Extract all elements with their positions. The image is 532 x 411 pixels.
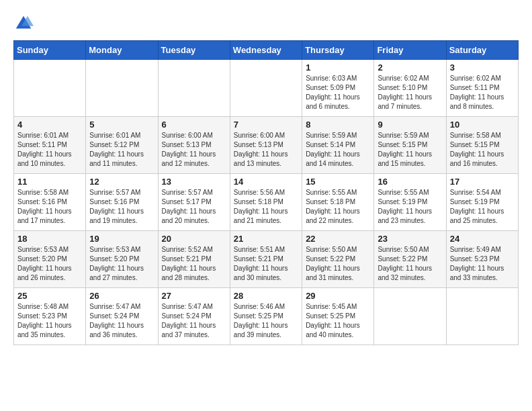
page-header	[13, 13, 519, 34]
calendar-day-cell: 27Sunrise: 5:47 AMSunset: 5:24 PMDayligh…	[158, 288, 230, 345]
day-info: Sunrise: 6:00 AMSunset: 5:13 PMDaylight:…	[234, 131, 298, 169]
calendar-day-cell: 28Sunrise: 5:46 AMSunset: 5:25 PMDayligh…	[230, 288, 302, 345]
calendar-body: 1Sunrise: 6:03 AMSunset: 5:09 PMDaylight…	[14, 60, 519, 345]
day-number: 8	[306, 120, 370, 130]
day-number: 19	[89, 234, 154, 244]
calendar-day-cell: 10Sunrise: 5:58 AMSunset: 5:15 PMDayligh…	[446, 117, 518, 174]
day-number: 10	[450, 120, 515, 130]
calendar-table: SundayMondayTuesdayWednesdayThursdayFrid…	[13, 40, 519, 345]
logo	[13, 13, 36, 34]
calendar-day-cell: 6Sunrise: 6:00 AMSunset: 5:13 PMDaylight…	[158, 117, 230, 174]
calendar-day-cell: 1Sunrise: 6:03 AMSunset: 5:09 PMDaylight…	[302, 60, 374, 117]
calendar-day-cell	[446, 288, 518, 345]
calendar-day-cell	[14, 60, 86, 117]
day-info: Sunrise: 6:01 AMSunset: 5:12 PMDaylight:…	[89, 131, 154, 169]
weekday-header: Thursday	[302, 41, 374, 60]
calendar-day-cell: 7Sunrise: 6:00 AMSunset: 5:13 PMDaylight…	[230, 117, 302, 174]
day-info: Sunrise: 6:00 AMSunset: 5:13 PMDaylight:…	[162, 131, 226, 169]
calendar-day-cell	[230, 60, 302, 117]
day-info: Sunrise: 5:54 AMSunset: 5:19 PMDaylight:…	[450, 188, 515, 226]
weekday-header: Wednesday	[230, 41, 302, 60]
calendar-day-cell: 26Sunrise: 5:47 AMSunset: 5:24 PMDayligh…	[86, 288, 158, 345]
day-number: 1	[306, 62, 370, 73]
day-info: Sunrise: 5:59 AMSunset: 5:15 PMDaylight:…	[378, 131, 442, 169]
day-info: Sunrise: 5:51 AMSunset: 5:21 PMDaylight:…	[234, 245, 298, 283]
calendar-day-cell: 11Sunrise: 5:58 AMSunset: 5:16 PMDayligh…	[14, 174, 86, 231]
weekday-header: Saturday	[446, 41, 518, 60]
day-number: 28	[234, 291, 298, 301]
calendar-day-cell: 20Sunrise: 5:52 AMSunset: 5:21 PMDayligh…	[158, 231, 230, 288]
calendar-day-cell: 29Sunrise: 5:45 AMSunset: 5:25 PMDayligh…	[302, 288, 374, 345]
day-number: 17	[450, 177, 515, 187]
day-info: Sunrise: 5:50 AMSunset: 5:22 PMDaylight:…	[378, 245, 442, 283]
calendar-day-cell: 15Sunrise: 5:55 AMSunset: 5:18 PMDayligh…	[302, 174, 374, 231]
weekday-header: Tuesday	[158, 41, 230, 60]
day-info: Sunrise: 5:48 AMSunset: 5:23 PMDaylight:…	[17, 302, 82, 340]
day-info: Sunrise: 5:57 AMSunset: 5:17 PMDaylight:…	[162, 188, 226, 226]
day-info: Sunrise: 5:58 AMSunset: 5:15 PMDaylight:…	[450, 131, 515, 169]
day-number: 4	[17, 120, 82, 130]
day-number: 12	[89, 177, 154, 187]
calendar-day-cell: 13Sunrise: 5:57 AMSunset: 5:17 PMDayligh…	[158, 174, 230, 231]
calendar-day-cell: 4Sunrise: 6:01 AMSunset: 5:11 PMDaylight…	[14, 117, 86, 174]
calendar-day-cell: 16Sunrise: 5:55 AMSunset: 5:19 PMDayligh…	[374, 174, 446, 231]
day-number: 26	[89, 291, 154, 301]
calendar-week-row: 1Sunrise: 6:03 AMSunset: 5:09 PMDaylight…	[14, 60, 519, 117]
calendar-day-cell: 22Sunrise: 5:50 AMSunset: 5:22 PMDayligh…	[302, 231, 374, 288]
calendar-day-cell: 3Sunrise: 6:02 AMSunset: 5:11 PMDaylight…	[446, 60, 518, 117]
day-number: 18	[17, 234, 82, 244]
calendar-day-cell: 19Sunrise: 5:53 AMSunset: 5:20 PMDayligh…	[86, 231, 158, 288]
day-info: Sunrise: 5:58 AMSunset: 5:16 PMDaylight:…	[17, 188, 82, 226]
day-number: 16	[378, 177, 442, 187]
day-number: 11	[17, 177, 82, 187]
calendar-day-cell	[374, 288, 446, 345]
day-info: Sunrise: 5:55 AMSunset: 5:18 PMDaylight:…	[306, 188, 370, 226]
day-info: Sunrise: 6:02 AMSunset: 5:10 PMDaylight:…	[378, 74, 442, 111]
day-info: Sunrise: 5:53 AMSunset: 5:20 PMDaylight:…	[17, 245, 82, 283]
calendar-day-cell: 14Sunrise: 5:56 AMSunset: 5:18 PMDayligh…	[230, 174, 302, 231]
calendar-day-cell: 12Sunrise: 5:57 AMSunset: 5:16 PMDayligh…	[86, 174, 158, 231]
day-number: 3	[450, 62, 515, 73]
calendar-week-row: 18Sunrise: 5:53 AMSunset: 5:20 PMDayligh…	[14, 231, 519, 288]
calendar-day-cell: 23Sunrise: 5:50 AMSunset: 5:22 PMDayligh…	[374, 231, 446, 288]
day-number: 13	[162, 177, 226, 187]
day-info: Sunrise: 5:50 AMSunset: 5:22 PMDaylight:…	[306, 245, 370, 283]
day-number: 27	[162, 291, 226, 301]
day-number: 20	[162, 234, 226, 244]
calendar-header: SundayMondayTuesdayWednesdayThursdayFrid…	[14, 41, 519, 60]
calendar-day-cell: 2Sunrise: 6:02 AMSunset: 5:10 PMDaylight…	[374, 60, 446, 117]
day-number: 5	[89, 120, 154, 130]
day-info: Sunrise: 6:03 AMSunset: 5:09 PMDaylight:…	[306, 74, 370, 111]
weekday-header: Sunday	[14, 41, 86, 60]
day-info: Sunrise: 5:47 AMSunset: 5:24 PMDaylight:…	[162, 302, 226, 340]
day-number: 7	[234, 120, 298, 130]
calendar-week-row: 11Sunrise: 5:58 AMSunset: 5:16 PMDayligh…	[14, 174, 519, 231]
day-info: Sunrise: 5:55 AMSunset: 5:19 PMDaylight:…	[378, 188, 442, 226]
day-number: 21	[234, 234, 298, 244]
weekday-header: Friday	[374, 41, 446, 60]
day-info: Sunrise: 6:02 AMSunset: 5:11 PMDaylight:…	[450, 74, 515, 111]
calendar-week-row: 4Sunrise: 6:01 AMSunset: 5:11 PMDaylight…	[14, 117, 519, 174]
day-info: Sunrise: 5:46 AMSunset: 5:25 PMDaylight:…	[234, 302, 298, 340]
day-number: 6	[162, 120, 226, 130]
day-number: 25	[17, 291, 82, 301]
day-info: Sunrise: 6:01 AMSunset: 5:11 PMDaylight:…	[17, 131, 82, 169]
day-number: 24	[450, 234, 515, 244]
calendar-day-cell	[158, 60, 230, 117]
calendar-day-cell: 21Sunrise: 5:51 AMSunset: 5:21 PMDayligh…	[230, 231, 302, 288]
day-number: 29	[306, 291, 370, 301]
calendar-day-cell	[86, 60, 158, 117]
calendar-day-cell: 5Sunrise: 6:01 AMSunset: 5:12 PMDaylight…	[86, 117, 158, 174]
day-info: Sunrise: 5:56 AMSunset: 5:18 PMDaylight:…	[234, 188, 298, 226]
day-number: 22	[306, 234, 370, 244]
day-info: Sunrise: 5:52 AMSunset: 5:21 PMDaylight:…	[162, 245, 226, 283]
day-number: 9	[378, 120, 442, 130]
day-info: Sunrise: 5:59 AMSunset: 5:14 PMDaylight:…	[306, 131, 370, 169]
logo-icon	[13, 13, 34, 34]
calendar-week-row: 25Sunrise: 5:48 AMSunset: 5:23 PMDayligh…	[14, 288, 519, 345]
day-number: 23	[378, 234, 442, 244]
weekday-header: Monday	[86, 41, 158, 60]
day-info: Sunrise: 5:45 AMSunset: 5:25 PMDaylight:…	[306, 302, 370, 340]
day-number: 2	[378, 62, 442, 73]
calendar-day-cell: 8Sunrise: 5:59 AMSunset: 5:14 PMDaylight…	[302, 117, 374, 174]
